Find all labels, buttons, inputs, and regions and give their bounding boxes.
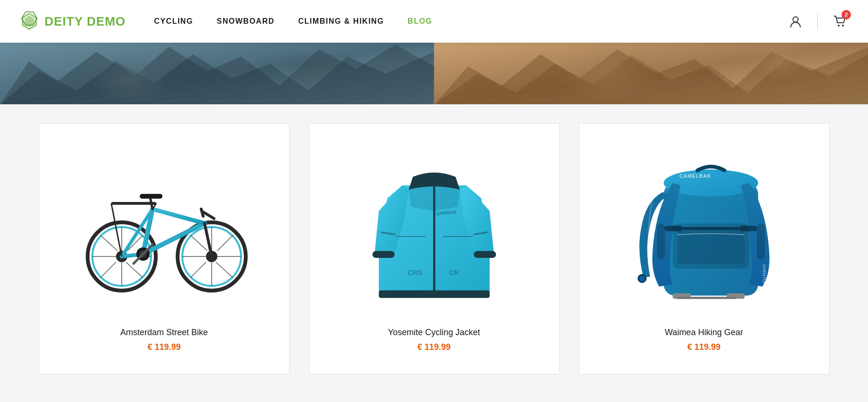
product-card-waimea-hiking-gear[interactable]: CAMELBAK AVENTURA [579, 123, 830, 375]
header-divider [817, 13, 818, 30]
svg-line-40 [205, 223, 212, 256]
product-price-jacket: € 119.99 [417, 342, 450, 352]
svg-line-20 [100, 235, 117, 251]
svg-line-32 [216, 262, 233, 278]
svg-text:CR: CR [449, 269, 459, 276]
hero-right-bg [434, 43, 868, 104]
nav-climbing-hiking[interactable]: CLIMBING & HIKING [298, 17, 384, 26]
svg-rect-10 [434, 43, 868, 104]
jacket-illustration: CRS CR @PROVIZ [370, 143, 498, 313]
cart-button[interactable]: 2 [830, 12, 849, 31]
hero-banners [0, 43, 868, 104]
svg-marker-11 [434, 47, 868, 104]
svg-point-6 [842, 25, 844, 27]
svg-rect-75 [757, 224, 765, 260]
svg-line-42 [201, 209, 203, 216]
logo-icon [19, 11, 40, 32]
hero-banner-right [434, 43, 868, 104]
main-nav: CYCLING SNOWBOARD CLIMBING & HIKING BLOG [154, 17, 786, 26]
bike-illustration: CUBE [70, 162, 259, 294]
svg-text:CRS: CRS [408, 269, 422, 276]
svg-line-23 [100, 262, 116, 278]
svg-text:CAMELBAK: CAMELBAK [679, 174, 711, 179]
logo-text: DEITY DEMO [45, 14, 125, 29]
svg-rect-49 [111, 202, 156, 205]
product-image-bike: CUBE [49, 138, 280, 318]
svg-text:AVENTURA: AVENTURA [761, 264, 767, 289]
svg-line-50 [111, 203, 122, 256]
products-grid: CUBE Amsterdam Street Bike € 119.99 [0, 104, 868, 402]
hero-banner-left [0, 43, 434, 104]
svg-line-21 [126, 262, 143, 278]
svg-line-34 [190, 262, 206, 278]
svg-line-37 [152, 209, 205, 223]
product-card-yosemite-cycling-jacket[interactable]: CRS CR @PROVIZ Yosemite Cycling Jacket €… [309, 123, 560, 375]
nav-snowboard[interactable]: SNOWBOARD [217, 17, 275, 26]
svg-line-31 [190, 235, 207, 251]
svg-rect-56 [379, 290, 490, 298]
logo[interactable]: DEITY DEMO [19, 11, 125, 32]
svg-marker-12 [434, 54, 868, 104]
svg-rect-74 [657, 224, 665, 260]
product-price-backpack: € 119.99 [687, 342, 720, 352]
product-card-amsterdam-street-bike[interactable]: CUBE Amsterdam Street Bike € 119.99 [39, 123, 290, 375]
svg-point-5 [838, 25, 840, 27]
svg-rect-54 [372, 251, 394, 258]
user-icon [789, 15, 802, 28]
site-header: DEITY DEMO CYCLING SNOWBOARD CLIMBING & … [0, 0, 868, 43]
svg-rect-44 [140, 194, 162, 199]
svg-line-33 [217, 235, 233, 251]
cart-count-badge: 2 [841, 10, 851, 19]
svg-marker-8 [0, 45, 434, 104]
product-image-backpack: CAMELBAK AVENTURA [589, 138, 820, 318]
nav-cycling[interactable]: CYCLING [154, 17, 193, 26]
svg-rect-7 [0, 43, 434, 104]
product-name-bike: Amsterdam Street Bike [120, 328, 208, 338]
svg-marker-9 [0, 52, 434, 104]
backpack-illustration: CAMELBAK AVENTURA [614, 138, 794, 318]
svg-point-70 [639, 276, 644, 281]
product-image-jacket: CRS CR @PROVIZ [319, 138, 550, 318]
product-name-jacket: Yosemite Cycling Jacket [388, 328, 480, 338]
svg-rect-55 [474, 251, 496, 258]
header-actions: 2 [786, 12, 849, 31]
hero-left-bg [0, 43, 434, 104]
svg-point-4 [793, 17, 798, 22]
product-price-bike: € 119.99 [147, 342, 180, 352]
nav-blog[interactable]: BLOG [408, 17, 432, 26]
user-account-button[interactable] [786, 12, 805, 31]
product-name-backpack: Waimea Hiking Gear [665, 328, 743, 338]
